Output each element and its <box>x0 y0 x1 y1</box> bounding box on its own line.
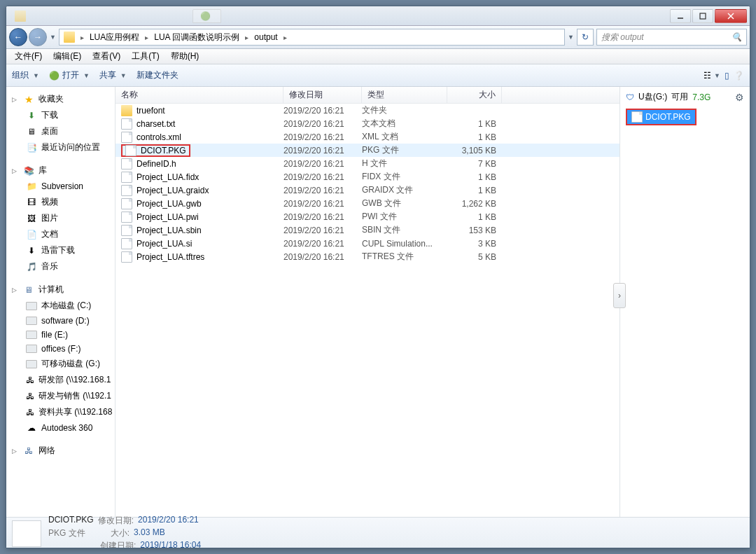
forward-button[interactable]: → <box>29 28 47 46</box>
search-input[interactable]: 搜索 output 🔍 <box>596 29 747 46</box>
back-button[interactable]: ← <box>9 28 27 46</box>
details-type: PKG 文件 <box>48 527 85 539</box>
nav-favorites-header[interactable]: ▷★收藏夹 <box>6 91 115 107</box>
file-row[interactable]: Project_LUA.si2019/2/20 16:21CUPL Simula… <box>115 237 620 250</box>
side-selected-file[interactable]: DCIOT.PKG <box>626 109 696 125</box>
organize-button[interactable]: 组织▼ <box>12 69 39 81</box>
tab-icon: 🟢 <box>200 11 211 21</box>
chevron-right-icon[interactable]: ▸ <box>79 34 85 41</box>
view-button[interactable]: ☷▼ <box>704 71 720 81</box>
maximize-button[interactable] <box>692 9 713 23</box>
open-button[interactable]: 🟢打开▼ <box>49 69 90 81</box>
breadcrumb-bar[interactable]: ▸ LUA应用例程 ▸ LUA 回调函数说明示例 ▸ output ▸ <box>59 29 565 46</box>
gear-icon[interactable]: ⚙ <box>735 92 744 103</box>
file-type: PKG 文件 <box>362 144 447 156</box>
file-name: Project_LUA.graidx <box>136 186 209 195</box>
address-dropdown[interactable]: ▼ <box>568 34 574 41</box>
file-row[interactable]: Project_LUA.pwi2019/2/20 16:21PWI 文件1 KB <box>115 210 620 223</box>
chevron-right-icon[interactable]: ▸ <box>244 34 250 41</box>
file-date: 2019/2/20 16:21 <box>284 172 362 182</box>
library-icon: 📚 <box>23 165 34 176</box>
history-dropdown[interactable]: ▼ <box>50 34 56 41</box>
navigation-pane[interactable]: ▷★收藏夹 ⬇下载 🖥桌面 📑最近访问的位置 ▷📚库 📁Subversion 🎞… <box>6 87 115 517</box>
nav-item[interactable]: 🎞视频 <box>6 194 115 210</box>
file-icon <box>125 145 136 156</box>
nav-item[interactable]: 🖧资料共享 (\\192.168 <box>6 404 115 420</box>
menu-view[interactable]: 查看(V) <box>88 49 125 64</box>
nav-item[interactable]: 📄文档 <box>6 226 115 242</box>
folder-icon <box>15 11 26 22</box>
nav-item[interactable]: ☁Autodesk 360 <box>6 420 115 436</box>
file-row[interactable]: Project_LUA.sbin2019/2/20 16:21SBIN 文件15… <box>115 223 620 237</box>
col-date[interactable]: 修改日期 <box>284 87 362 103</box>
crumb-1[interactable]: LUA 回调函数说明示例 <box>150 29 244 45</box>
refresh-button[interactable]: ↻ <box>577 29 594 46</box>
nav-item-recent[interactable]: 📑最近访问的位置 <box>6 139 115 155</box>
chevron-right-icon[interactable]: ▸ <box>144 34 150 41</box>
preview-pane-button[interactable]: ▯ <box>724 71 729 81</box>
details-modified-label: 修改日期: <box>98 515 134 527</box>
file-row[interactable]: DefineID.h2019/2/20 16:21H 文件7 KB <box>115 157 620 170</box>
open-icon: 🟢 <box>49 71 59 81</box>
network-drive-icon: 🖧 <box>26 391 34 402</box>
file-type: GWB 文件 <box>362 198 447 209</box>
nav-computer-header[interactable]: ▷🖥计算机 <box>6 282 115 298</box>
nav-item[interactable]: 本地磁盘 (C:) <box>6 298 115 314</box>
menu-tools[interactable]: 工具(T) <box>127 49 163 64</box>
nav-item[interactable]: software (D:) <box>6 314 115 328</box>
file-type: TFTRES 文件 <box>362 251 447 263</box>
nav-item[interactable]: 🎵音乐 <box>6 258 115 275</box>
search-icon: 🔍 <box>732 32 742 42</box>
collapse-preview-button[interactable]: › <box>613 283 626 308</box>
file-list[interactable]: truefont2019/2/20 16:21文件夹charset.txt201… <box>115 104 620 517</box>
crumb-0[interactable]: LUA应用例程 <box>85 29 144 45</box>
new-folder-button[interactable]: 新建文件夹 <box>136 69 178 81</box>
col-size[interactable]: 大小 <box>447 87 502 103</box>
file-row[interactable]: Project_LUA.graidx2019/2/20 16:21GRAIDX … <box>115 183 620 197</box>
col-type[interactable]: 类型 <box>362 87 447 103</box>
nav-item[interactable]: offices (F:) <box>6 342 115 356</box>
chevron-right-icon[interactable]: ▸ <box>282 34 288 41</box>
file-row[interactable]: controls.xml2019/2/20 16:21XML 文档1 KB <box>115 130 620 144</box>
file-icon <box>121 238 132 249</box>
file-name: Project_LUA.gwb <box>136 199 202 209</box>
file-row[interactable]: charset.txt2019/2/20 16:21文本文档1 KB <box>115 117 620 130</box>
file-type: CUPL Simulation... <box>362 239 447 249</box>
nav-item[interactable]: 🖧研发部 (\\192.168.1 <box>6 372 115 388</box>
body: ▷★收藏夹 ⬇下载 🖥桌面 📑最近访问的位置 ▷📚库 📁Subversion 🎞… <box>6 87 750 517</box>
file-thumbnail <box>12 520 41 547</box>
file-row[interactable]: DCIOT.PKG2019/2/20 16:21PKG 文件3,105 KB <box>115 144 620 157</box>
crumb-2[interactable]: output <box>250 29 281 45</box>
menu-file[interactable]: 文件(F) <box>10 49 46 64</box>
nav-item[interactable]: 可移动磁盘 (G:) <box>6 356 115 372</box>
nav-item[interactable]: 🖧研发与销售 (\\192.1 <box>6 388 115 404</box>
share-button[interactable]: 共享▼ <box>99 69 127 81</box>
minimize-button[interactable] <box>670 9 691 23</box>
explorer-window: 🟢 ← → ▼ ▸ LUA应用例程 ▸ LUA 回调函数说明示例 ▸ outpu… <box>6 6 750 548</box>
nav-item-downloads[interactable]: ⬇下载 <box>6 107 115 123</box>
file-row[interactable]: Project_LUA.tftres2019/2/20 16:21TFTRES … <box>115 250 620 263</box>
nav-item[interactable]: 🖼图片 <box>6 210 115 226</box>
nav-item[interactable]: file (E:) <box>6 328 115 342</box>
file-date: 2019/2/20 16:21 <box>284 199 362 209</box>
nav-item[interactable]: ⬇迅雷下载 <box>6 242 115 258</box>
nav-item-desktop[interactable]: 🖥桌面 <box>6 123 115 139</box>
file-row[interactable]: Project_LUA.gwb2019/2/20 16:21GWB 文件1,26… <box>115 197 620 210</box>
search-placeholder: 搜索 output <box>601 32 644 43</box>
nav-item[interactable]: 📁Subversion <box>6 179 115 194</box>
file-date: 2019/2/20 16:21 <box>284 252 362 262</box>
file-row[interactable]: truefont2019/2/20 16:21文件夹 <box>115 104 620 117</box>
file-row[interactable]: Project_LUA.fidx2019/2/20 16:21FIDX 文件1 … <box>115 170 620 183</box>
file-icon <box>121 118 132 130</box>
close-button[interactable] <box>715 9 747 23</box>
menu-help[interactable]: 帮助(H) <box>167 49 204 64</box>
drive-icon <box>26 302 37 310</box>
nav-libraries: ▷📚库 📁Subversion 🎞视频 🖼图片 📄文档 ⬇迅雷下载 🎵音乐 <box>6 162 115 275</box>
nav-buttons: ← → <box>9 28 47 46</box>
file-icon <box>631 111 643 123</box>
col-name[interactable]: 名称 <box>115 87 284 103</box>
help-button[interactable]: ❔ <box>734 71 744 81</box>
nav-libraries-header[interactable]: ▷📚库 <box>6 162 115 179</box>
nav-network-header[interactable]: ▷🖧网络 <box>6 443 115 459</box>
menu-edit[interactable]: 编辑(E) <box>49 49 85 64</box>
